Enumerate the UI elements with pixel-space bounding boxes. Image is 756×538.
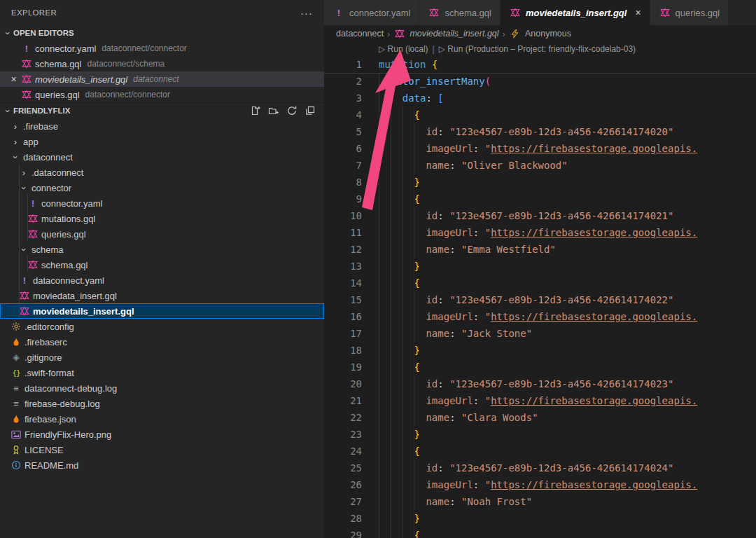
tab-schema.gql[interactable]: schema.gql — [419, 0, 500, 25]
new-file-icon[interactable] — [250, 105, 261, 116]
tree-item-schema[interactable]: ›schema — [0, 242, 324, 257]
tree-item-.dataconnect[interactable]: ›.dataconnect — [0, 165, 324, 180]
tree-item-app[interactable]: ›app — [0, 134, 324, 149]
code-line[interactable]: 20id: "123e4567-e89b-12d3-a456-426614174… — [324, 375, 756, 392]
line-number: 24 — [324, 443, 362, 460]
tree-item-firebase-debug.log[interactable]: ≡firebase-debug.log — [0, 396, 324, 411]
code-text: } — [379, 342, 420, 359]
code-line[interactable]: 22name: "Clara Woods" — [324, 409, 756, 426]
code-token: imageUrl — [426, 479, 472, 490]
code-line[interactable]: 5id: "123e4567-e89b-12d3-a456-4266141740… — [324, 123, 756, 140]
tree-item-.gitignore[interactable]: ◈.gitignore — [0, 350, 324, 365]
tree-item-moviedata_insert.gql[interactable]: moviedata_insert.gql — [0, 288, 324, 303]
code-line[interactable]: 15id: "123e4567-e89b-12d3-a456-426614174… — [324, 291, 756, 308]
code-line[interactable]: 17name: "Jack Stone" — [324, 325, 756, 342]
run-local-link[interactable]: ▷ Run (local) — [379, 44, 428, 54]
code-text: imageUrl: "https://firebasestorage.googl… — [379, 308, 697, 325]
code-line[interactable]: 28} — [324, 510, 756, 527]
tree-item-FriendlyFlix-Hero.png[interactable]: FriendlyFlix-Hero.png — [0, 427, 324, 442]
code-token: { — [432, 59, 438, 70]
code-line[interactable]: 11imageUrl: "https://firebasestorage.goo… — [324, 224, 756, 241]
code-line[interactable]: 25id: "123e4567-e89b-12d3-a456-426614174… — [324, 460, 756, 476]
open-editor-connector.yaml[interactable]: !connector.yamldataconnect/connector — [0, 41, 324, 56]
close-icon[interactable]: × — [635, 7, 640, 18]
tree-item-.editorconfig[interactable]: .editorconfig — [0, 319, 324, 334]
tree-item-label: .firebaserc — [24, 337, 67, 347]
code-token: : — [473, 395, 485, 406]
code-line[interactable]: 9{ — [324, 191, 756, 207]
tree-item-connector[interactable]: ›connector — [0, 180, 324, 195]
tree-item-.firebaserc[interactable]: .firebaserc — [0, 334, 324, 350]
breadcrumb-item-dataconnect[interactable]: dataconnect — [336, 29, 384, 39]
open-editor-queries.gql[interactable]: queries.gqldataconnect/connector — [0, 87, 324, 102]
code-line[interactable]: 29{ — [324, 527, 756, 538]
tree-item-queries.gql[interactable]: queries.gql — [0, 226, 324, 242]
tree-item-label: firebase.json — [24, 414, 76, 425]
code-line[interactable]: 13} — [324, 258, 756, 275]
tree-item-.swift-format[interactable]: {}.swift-format — [0, 365, 324, 380]
tree-item-label: .gitignore — [24, 352, 62, 363]
refresh-explorer-icon[interactable] — [286, 105, 298, 116]
code-line[interactable]: 21imageUrl: "https://firebasestorage.goo… — [324, 392, 756, 409]
code-line[interactable]: 8} — [324, 174, 756, 191]
flame-icon — [10, 414, 22, 424]
open-editor-moviedetails_insert.gql[interactable]: ×moviedetails_insert.gqldataconnect — [0, 71, 324, 87]
code-line[interactable]: 23} — [324, 426, 756, 443]
close-icon[interactable]: × — [7, 74, 20, 85]
code-area[interactable]: 1mutation {2actor_insertMany(3data: [4{5… — [324, 56, 756, 538]
code-token: mutation — [379, 59, 426, 70]
code-line[interactable]: 3data: [ — [324, 90, 756, 106]
code-line[interactable]: 4{ — [324, 106, 756, 123]
tab-connector.yaml[interactable]: !connector.yaml — [324, 0, 419, 25]
indent-guides — [379, 409, 426, 426]
tree-item-label: connector — [31, 183, 71, 193]
code-token: } — [414, 177, 420, 188]
code-line[interactable]: 19{ — [324, 359, 756, 375]
tree-item-dataconnect[interactable]: ›dataconnect — [0, 149, 324, 165]
tree-item-schema.gql[interactable]: schema.gql — [0, 257, 324, 273]
breadcrumb-item-moviedetails_insert.gql[interactable]: moviedetails_insert.gql — [410, 29, 498, 39]
tree-item-firebase.json[interactable]: firebase.json — [0, 411, 324, 427]
code-token: id — [426, 126, 438, 137]
tree-item-README.md[interactable]: README.md — [0, 457, 324, 473]
code-line[interactable]: 26imageUrl: "https://firebasestorage.goo… — [324, 476, 756, 493]
code-line[interactable]: 1mutation { — [324, 56, 756, 73]
open-editors-header[interactable]: › OPEN EDITORS — [0, 25, 324, 41]
code-line[interactable]: 27name: "Noah Frost" — [324, 493, 756, 510]
code-text: imageUrl: "https://firebasestorage.googl… — [379, 224, 697, 241]
tree-item-label: dataconnect — [23, 152, 73, 163]
tree-item-label: .swift-format — [24, 368, 74, 378]
workspace-header[interactable]: › FRIENDLYFLIX — [0, 102, 324, 118]
tree-item-dataconnect-debug.log[interactable]: ≡dataconnect-debug.log — [0, 380, 324, 396]
run-local-label: Run (local) — [388, 44, 428, 54]
tab-queries.gql[interactable]: queries.gql — [650, 0, 729, 25]
tree-item-dataconnect.yaml[interactable]: !dataconnect.yaml — [0, 273, 324, 288]
code-line[interactable]: 7name: "Oliver Blackwood" — [324, 157, 756, 174]
run-production-link[interactable]: ▷ Run (Production – Project: friendly-fl… — [439, 44, 636, 54]
code-line[interactable]: 14{ — [324, 275, 756, 291]
code-text: name: "Jack Stone" — [379, 325, 532, 342]
graphql-icon — [428, 8, 440, 18]
code-text: name: "Clara Woods" — [379, 409, 538, 426]
chevron-right-icon: › — [10, 137, 21, 147]
tree-item-.firebase[interactable]: ›.firebase — [0, 118, 324, 134]
new-folder-icon[interactable] — [268, 105, 279, 116]
tree-item-LICENSE[interactable]: LICENSE — [0, 442, 324, 457]
code-line[interactable]: 10id: "123e4567-e89b-12d3-a456-426614174… — [324, 207, 756, 224]
more-actions-icon[interactable]: ··· — [300, 7, 313, 19]
tree-item-connector.yaml[interactable]: !connector.yaml — [0, 195, 324, 211]
code-line[interactable]: 2actor_insertMany( — [324, 73, 756, 90]
tab-moviedetails_insert.gql[interactable]: moviedetails_insert.gql× — [500, 0, 650, 25]
collapse-folders-icon[interactable] — [304, 105, 316, 116]
open-editor-schema.gql[interactable]: schema.gqldataconnect/schema — [0, 56, 324, 71]
code-line[interactable]: 18} — [324, 342, 756, 359]
code-line[interactable]: 6imageUrl: "https://firebasestorage.goog… — [324, 140, 756, 157]
tree-item-mutations.gql[interactable]: mutations.gql — [0, 211, 324, 226]
code-line[interactable]: 12name: "Emma Westfield" — [324, 241, 756, 258]
tree-item-moviedetails_insert.gql[interactable]: moviedetails_insert.gql — [0, 303, 324, 319]
breadcrumb-item-Anonymous[interactable]: Anonymous — [525, 29, 571, 39]
code-text: imageUrl: "https://firebasestorage.googl… — [379, 392, 697, 409]
code-line[interactable]: 16imageUrl: "https://firebasestorage.goo… — [324, 308, 756, 325]
code-token: "Emma Westfield" — [461, 244, 556, 255]
code-line[interactable]: 24{ — [324, 443, 756, 460]
